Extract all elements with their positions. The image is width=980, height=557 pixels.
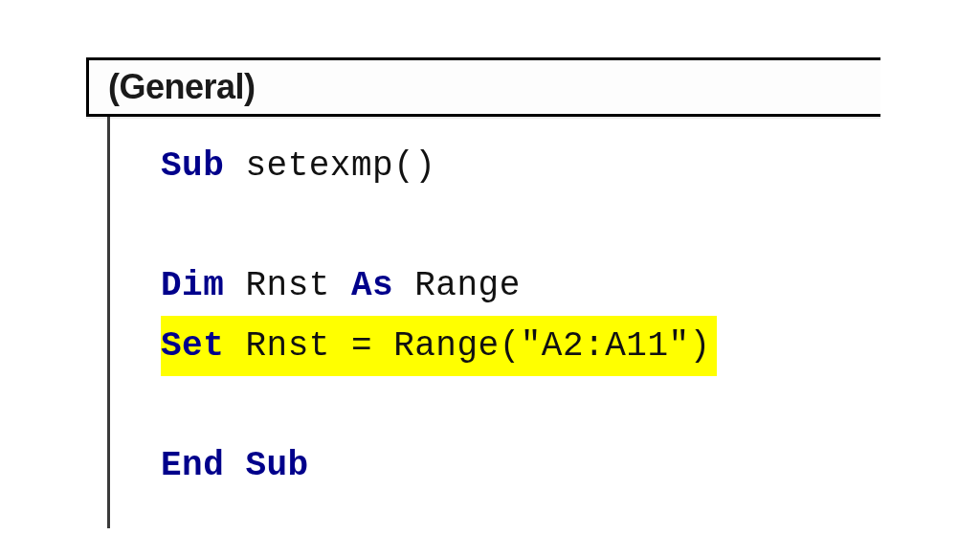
- blank-line: [161, 196, 880, 256]
- keyword-set: Set: [161, 326, 245, 366]
- vba-code-editor: (General) Sub setexmp() Dim Rnst As Rang…: [86, 57, 880, 496]
- highlighted-line: Set Rnst = Range("A2:A11"): [161, 316, 717, 376]
- gutter-divider: [107, 117, 110, 528]
- scope-dropdown[interactable]: (General): [86, 57, 880, 117]
- scope-dropdown-label: (General): [89, 67, 256, 107]
- set-expression: Rnst = Range("A2:A11"): [245, 326, 710, 366]
- var-name: Rnst: [245, 266, 351, 305]
- type-name: Range: [414, 266, 521, 305]
- keyword-endsub: End Sub: [161, 446, 309, 485]
- keyword-dim: Dim: [161, 266, 245, 305]
- keyword-sub: Sub: [161, 146, 245, 186]
- code-lines: Sub setexmp() Dim Rnst As Range Set Rnst…: [161, 136, 880, 496]
- code-line-dim: Dim Rnst As Range: [161, 256, 880, 316]
- sub-name: setexmp(): [245, 146, 435, 186]
- code-line-set: Set Rnst = Range("A2:A11"): [161, 316, 880, 376]
- code-area[interactable]: Sub setexmp() Dim Rnst As Range Set Rnst…: [86, 117, 880, 496]
- code-line-sub: Sub setexmp(): [161, 136, 880, 196]
- code-line-endsub: End Sub: [161, 435, 880, 496]
- keyword-as: As: [351, 266, 414, 305]
- blank-line: [161, 376, 880, 435]
